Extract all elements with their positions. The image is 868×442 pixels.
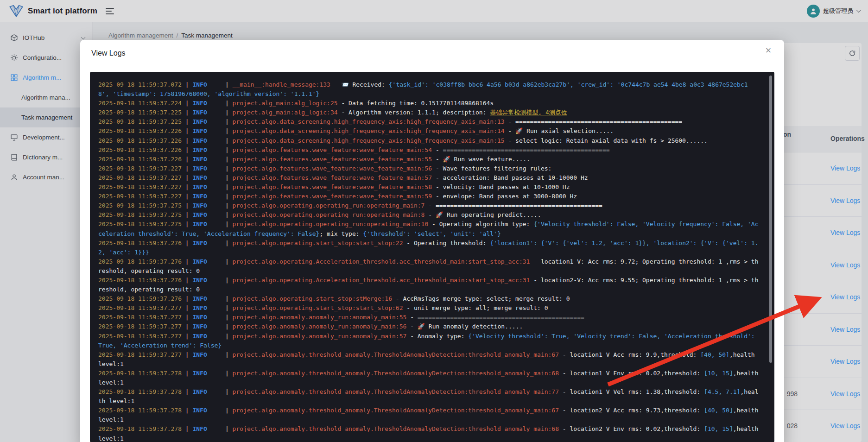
log-line: 2025-09-18 11:59:37.278 | INFO | project… bbox=[98, 387, 759, 406]
log-line: 2025-09-18 11:59:37.072 | INFO | __main_… bbox=[98, 80, 759, 99]
close-icon[interactable]: × bbox=[762, 45, 775, 58]
log-line: 2025-09-18 11:59:37.278 | INFO | project… bbox=[98, 406, 759, 424]
log-line: 2025-09-18 11:59:37.275 | INFO | project… bbox=[98, 210, 759, 220]
log-line: 2025-09-18 11:59:37.227 | INFO | project… bbox=[98, 183, 759, 192]
page: Smart iot platform 超级管理员 IOTHub Configur… bbox=[0, 0, 868, 442]
log-console[interactable]: 2025-09-18 11:59:37.072 | INFO | __main_… bbox=[90, 72, 774, 442]
log-line: 2025-09-18 11:59:37.226 | INFO | project… bbox=[98, 155, 759, 164]
log-line: 2025-09-18 11:59:37.227 | INFO | project… bbox=[98, 192, 759, 201]
log-line: 2025-09-18 11:59:37.277 | INFO | project… bbox=[98, 322, 759, 331]
log-line: 2025-09-18 11:59:37.277 | INFO | project… bbox=[98, 303, 759, 313]
log-line: 2025-09-18 11:59:37.276 | INFO | project… bbox=[98, 276, 759, 294]
modal-title: View Logs bbox=[91, 49, 126, 57]
scrollbar-thumb[interactable] bbox=[769, 76, 772, 363]
log-line: 2025-09-18 11:59:37.277 | INFO | project… bbox=[98, 350, 759, 369]
log-line: 2025-09-18 11:59:37.227 | INFO | project… bbox=[98, 173, 759, 183]
log-line: 2025-09-18 11:59:37.276 | INFO | project… bbox=[98, 257, 759, 276]
log-line: 2025-09-18 11:59:37.275 | INFO | project… bbox=[98, 201, 759, 210]
log-line: 2025-09-18 11:59:37.276 | INFO | project… bbox=[98, 294, 759, 303]
log-line: 2025-09-18 11:59:37.227 | INFO | project… bbox=[98, 164, 759, 173]
log-line: 2025-09-18 11:59:37.278 | INFO | project… bbox=[98, 369, 759, 387]
log-line: 2025-09-18 11:59:37.225 | INFO | project… bbox=[98, 108, 759, 117]
log-line: 2025-09-18 11:59:37.224 | INFO | project… bbox=[98, 99, 759, 108]
log-line: 2025-09-18 11:59:37.226 | INFO | project… bbox=[98, 145, 759, 155]
log-line: 2025-09-18 11:59:37.276 | INFO | project… bbox=[98, 239, 759, 257]
log-line: 2025-09-18 11:59:37.277 | INFO | project… bbox=[98, 313, 759, 322]
modal-header: View Logs × bbox=[80, 40, 784, 72]
log-line: 2025-09-18 11:59:37.225 | INFO | project… bbox=[98, 117, 759, 126]
log-lines: 2025-09-18 11:59:37.072 | INFO | __main_… bbox=[98, 80, 759, 442]
log-line: 2025-09-18 11:59:37.278 | INFO | project… bbox=[98, 424, 759, 442]
log-line: 2025-09-18 11:59:37.275 | INFO | project… bbox=[98, 220, 759, 238]
log-line: 2025-09-18 11:59:37.226 | INFO | project… bbox=[98, 126, 759, 136]
log-line: 2025-09-18 11:59:37.277 | INFO | project… bbox=[98, 332, 759, 350]
log-line: 2025-09-18 11:59:37.226 | INFO | project… bbox=[98, 136, 759, 145]
view-logs-modal: View Logs × 2025-09-18 11:59:37.072 | IN… bbox=[80, 40, 784, 442]
